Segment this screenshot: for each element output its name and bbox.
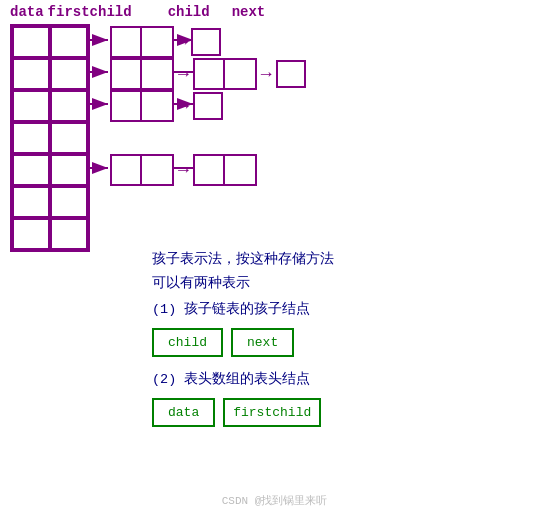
section1-label: (1) 孩子链表的孩子结点 (152, 300, 310, 318)
data-cell: data (152, 398, 215, 427)
header-firstchild-label: firstchild (48, 4, 132, 20)
firstchild-cell: firstchild (223, 398, 321, 427)
header-child-label: child (168, 4, 210, 20)
next-cell: next (231, 328, 294, 357)
desc-line1: 孩子表示法，按这种存储方法 (152, 248, 334, 272)
watermark: CSDN @找到锅里来听 (222, 493, 328, 508)
node-row-2: → → (110, 58, 306, 90)
header-data-label: data (10, 4, 44, 20)
node-row-3: → (110, 90, 223, 122)
header-next-label: next (232, 4, 266, 20)
node-row-1: → (110, 26, 221, 58)
section2-label: (2) 表头数组的表头结点 (152, 370, 310, 388)
desc-line2: 可以有两种表示 (152, 272, 334, 296)
green-box-row-1: child next (152, 328, 294, 357)
description-area: 孩子表示法，按这种存储方法 可以有两种表示 (152, 248, 334, 295)
node-row-5: → (110, 154, 257, 186)
big-table (10, 24, 90, 252)
green-box-row-2: data firstchild (152, 398, 321, 427)
child-cell: child (152, 328, 223, 357)
